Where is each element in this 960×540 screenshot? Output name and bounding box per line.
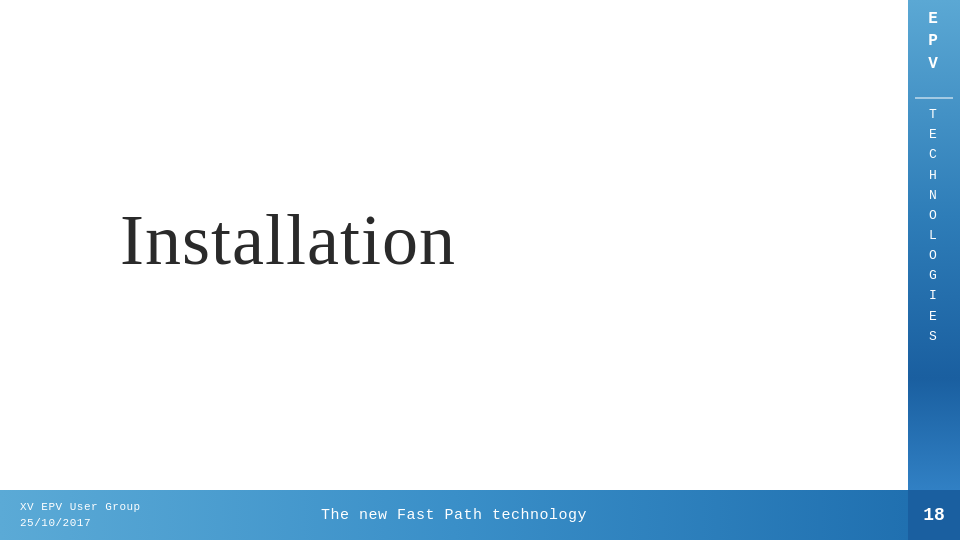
sidebar-letter-e2: E <box>929 125 939 145</box>
date-label: 25/10/2017 <box>20 515 91 532</box>
user-group-label: XV EPV User Group <box>20 499 141 516</box>
bottom-center-text: The new Fast Path technology <box>321 507 587 524</box>
sidebar-letter-e3: E <box>929 307 939 327</box>
sidebar-letter-s: S <box>929 327 939 347</box>
sidebar-letter-g: G <box>929 266 939 286</box>
sidebar-letter-i: I <box>929 286 939 306</box>
sidebar-letter-v: V <box>928 53 940 75</box>
slide-title: Installation <box>120 199 456 282</box>
sidebar-letter-e: E <box>928 8 940 30</box>
sidebar-letter-o: O <box>929 206 939 226</box>
sidebar-letter-h: H <box>929 166 939 186</box>
sidebar-letter-t: T <box>929 105 939 125</box>
bottom-bar: XV EPV User Group 25/10/2017 The new Fas… <box>0 490 908 540</box>
slide-container: Installation E P V T E C H N O L O G I E… <box>0 0 960 540</box>
sidebar-letter-o2: O <box>929 246 939 266</box>
sidebar-divider <box>915 97 953 99</box>
sidebar-letter-p: P <box>928 30 940 52</box>
sidebar-letter-l: L <box>929 226 939 246</box>
page-number-box: 18 <box>908 490 960 540</box>
sidebar-letter-c: C <box>929 145 939 165</box>
page-number: 18 <box>923 505 945 525</box>
sidebar-technologies: T E C H N O L O G I E S <box>929 105 939 347</box>
main-content: Installation <box>0 0 908 540</box>
sidebar-epv: E P V <box>928 8 940 75</box>
right-sidebar: E P V T E C H N O L O G I E S <box>908 0 960 540</box>
sidebar-letter-n: N <box>929 186 939 206</box>
bottom-left-info: XV EPV User Group 25/10/2017 <box>20 499 141 532</box>
